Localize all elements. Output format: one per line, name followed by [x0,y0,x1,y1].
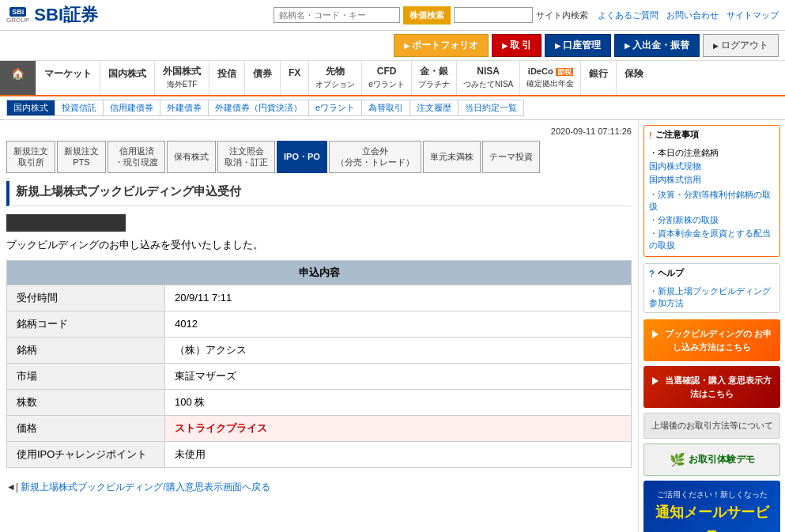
tab-holdings[interactable]: 保有株式 [167,141,216,173]
label-ipo-points: 使用IPOチャレンジポイント [7,441,165,467]
main-nav: 🏠 マーケット 国内株式 外国株式海外ETF 投信 債券 FX 先物オプション … [0,61,785,96]
subnav-domestic[interactable]: 国内株式 [6,100,55,116]
mail-banner-top: ご活用ください！新しくなった [650,489,774,501]
tab-mini-lot[interactable]: 単元未満株 [423,141,481,173]
page-title: 新規上場株式ブックビルディング申込受付 [6,181,632,206]
subnav-ewarrant[interactable]: eワラント [309,100,362,116]
nav-home[interactable]: 🏠 [0,61,36,95]
account-button[interactable]: ▶ 口座管理 [545,34,611,57]
deposit-button[interactable]: ▶ 入出金・振替 [614,34,700,57]
sitemap-link[interactable]: サイトマップ [727,9,779,21]
sidebar-notice: ! ご注意事項 ・本日の注意銘柄 国内株式現物 国内株式信用 ・決算・分割等権利… [643,125,780,257]
table-row: 使用IPOチャレンジポイント 未使用 [7,441,632,467]
value-ipo-points: 未使用 [165,441,632,467]
subnav-forex[interactable]: 為替取引 [362,100,410,116]
back-prefix: ◄| [6,481,18,492]
subnav-foreign-bond-jpy[interactable]: 外建債券（円貨決済） [209,100,309,116]
nav-domestic[interactable]: 国内株式 [100,61,155,95]
table-row: 銘柄 （株）アクシス [7,337,632,363]
sidebar-link-settlement[interactable]: ・決算・分割等権利付銘柄の取扱 [649,189,775,213]
nav-fx[interactable]: FX [281,61,309,95]
stock-search-button[interactable]: 株価検索 [403,6,451,25]
sidebar-banner-mail[interactable]: ご活用ください！新しくなった 通知メールサービス あのチャンスを逃さない！ [643,481,780,532]
notice-subtitle: ・本日の注意銘柄 [649,147,775,159]
back-link: ◄| 新規上場株式ブックビルディング/購入意思表示画面へ戻る [6,481,632,494]
sidebar-link-capital[interactable]: ・資本剰余金を原資とする配当の取扱 [649,228,775,251]
nav-market[interactable]: マーケット [36,61,100,95]
value-stock-code: 4012 [165,311,632,337]
nav-futures[interactable]: 先物オプション [309,61,362,95]
sidebar-banner-winner[interactable]: 当選確認・購入 意思表示方法はこちら [643,366,780,408]
value-price: ストライクプライス [165,415,632,441]
nav-gold[interactable]: 金・銀プラチナ [412,61,457,95]
tab-margin-return[interactable]: 信用返済・現引現渡 [108,141,165,173]
sidebar-banner-bookbuild[interactable]: ブックビルディングの お申し込み方法はこちら [643,319,780,361]
sidebar-banner-post-listing[interactable]: 上場後のお取引方法等について [643,413,780,439]
subnav-today-contracts[interactable]: 当日約定一覧 [459,100,524,116]
sidebar-link-domestic-spot[interactable]: 国内株式現物 [649,160,775,172]
nav-cfd[interactable]: CFDeワラント [362,61,412,95]
label-reception-time: 受付時間 [7,285,165,311]
action-row: ▶ ポートフォリオ ▶ 取 引 ▶ 口座管理 ▶ 入出金・振替 ▶ ログアウト [0,31,785,61]
group-label: GROUP [6,17,29,24]
sub-nav: 国内株式 投資信託 信用建債券 外建債券 外建債券（円貨決済） eワラント 為替… [0,96,785,120]
sidebar-link-split[interactable]: ・分割新株の取扱 [649,214,775,226]
sidebar: ! ご注意事項 ・本日の注意銘柄 国内株式現物 国内株式信用 ・決算・分割等権利… [639,120,785,532]
table-row-price: 価格 ストライクプライス [7,415,632,441]
info-table: 受付時間 20/9/11 7:11 銘柄コード 4012 銘柄 （株）アクシス … [6,285,632,468]
banner-play-icon [652,330,659,338]
sidebar-link-bookbuild-guide[interactable]: ・新規上場ブックビルディング参加方法 [649,285,775,309]
portfolio-button[interactable]: ▶ ポートフォリオ [394,34,489,57]
value-stock-name: （株）アクシス [165,337,632,363]
tab-ipo-po[interactable]: IPO・PO [277,141,327,173]
tab-exchange-order[interactable]: 新規注文取引所 [6,141,55,173]
main-layout: 2020-09-11 07:11:26 新規注文取引所 新規注文PTS 信用返済… [0,120,785,532]
back-link-anchor[interactable]: 新規上場株式ブックビルディング/購入意思表示画面へ戻る [21,481,270,492]
sidebar-banner-demo[interactable]: 🌿 お取引体験デモ [643,443,780,476]
tab-pts-order[interactable]: 新規注文PTS [57,141,106,173]
subnav-order-history[interactable]: 注文履歴 [410,100,459,116]
nav-insurance[interactable]: 保険 [617,61,651,95]
tab-standing-outside[interactable]: 立会外（分売・トレード） [329,141,421,173]
table-row: 受付時間 20/9/11 7:11 [7,285,632,311]
nav-bank[interactable]: 銀行 [581,61,617,95]
nav-fund[interactable]: 投信 [209,61,245,95]
tab-order-review[interactable]: 注文照会取消・訂正 [217,141,275,173]
nav-bond[interactable]: 債券 [245,61,281,95]
label-price: 価格 [7,415,165,441]
trade-button[interactable]: ▶ 取 引 [492,34,542,57]
stock-search-input[interactable] [274,7,400,23]
content-area: 2020-09-11 07:11:26 新規注文取引所 新規注文PTS 信用返済… [0,120,639,532]
nav-ideco[interactable]: iDeCo 節税確定拠出年金 [520,61,581,95]
datetime-display: 2020-09-11 07:11:26 [6,126,632,136]
value-market: 東証マザーズ [165,363,632,389]
search-area: 株価検索 サイト内検索 [274,6,588,25]
sidebar-help-body: ・新規上場ブックビルディング参加方法 [644,282,779,312]
nav-nisa[interactable]: NISAつみたてNISA [457,61,520,95]
subnav-fund[interactable]: 投資信託 [55,100,104,116]
sidebar-notice-title: ! ご注意事項 [644,126,779,144]
top-links: よくあるご質問 お問い合わせ サイトマップ [598,9,779,21]
table-row: 株数 100 株 [7,389,632,415]
contact-link[interactable]: お問い合わせ [666,9,719,21]
label-market: 市場 [7,363,165,389]
site-search-input[interactable] [454,7,533,23]
logout-button[interactable]: ▶ ログアウト [703,34,779,57]
faq-link[interactable]: よくあるご質問 [598,9,659,21]
label-shares: 株数 [7,389,165,415]
banner2-play-icon [652,377,659,385]
masked-account: ●●●●●●● [6,214,126,232]
mail-banner-title: 通知メールサービス [650,501,774,532]
tab-row: 新規注文取引所 新規注文PTS 信用返済・現引現渡 保有株式 注文照会取消・訂正… [6,141,632,173]
sidebar-link-domestic-margin[interactable]: 国内株式信用 [649,174,775,186]
nav-foreign[interactable]: 外国株式海外ETF [155,61,209,95]
subnav-foreign-bond[interactable]: 外建債券 [160,100,209,116]
section-title: 申込内容 [6,260,632,285]
sbi-badge: SBI [9,7,26,17]
confirm-text: ブックビルディングのお申し込みを受付いたしました。 [6,238,632,252]
subnav-margin-bond[interactable]: 信用建債券 [104,100,160,116]
value-reception-time: 20/9/11 7:11 [165,285,632,311]
table-row: 銘柄コード 4012 [7,311,632,337]
tab-theme-invest[interactable]: テーマ投資 [482,141,540,173]
table-row: 市場 東証マザーズ [7,363,632,389]
